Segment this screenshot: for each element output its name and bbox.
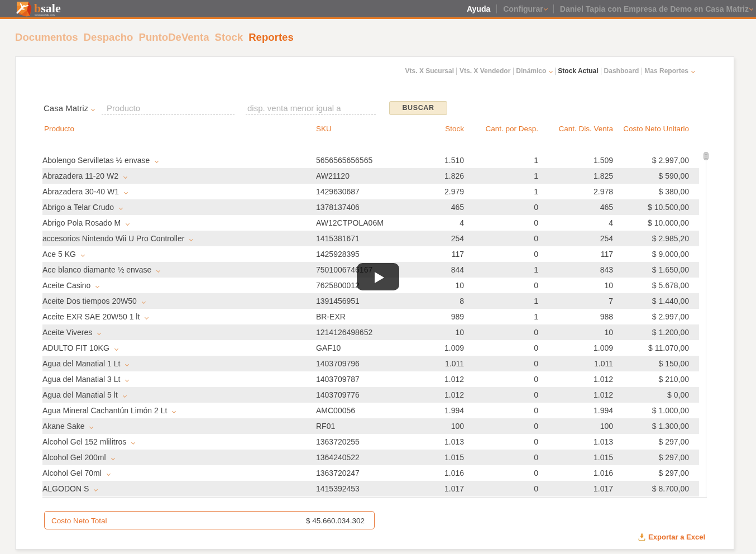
svg-text:tecnologias toda venta: tecnologias toda venta bbox=[35, 14, 55, 16]
svg-text:bsale: bsale bbox=[34, 1, 61, 15]
